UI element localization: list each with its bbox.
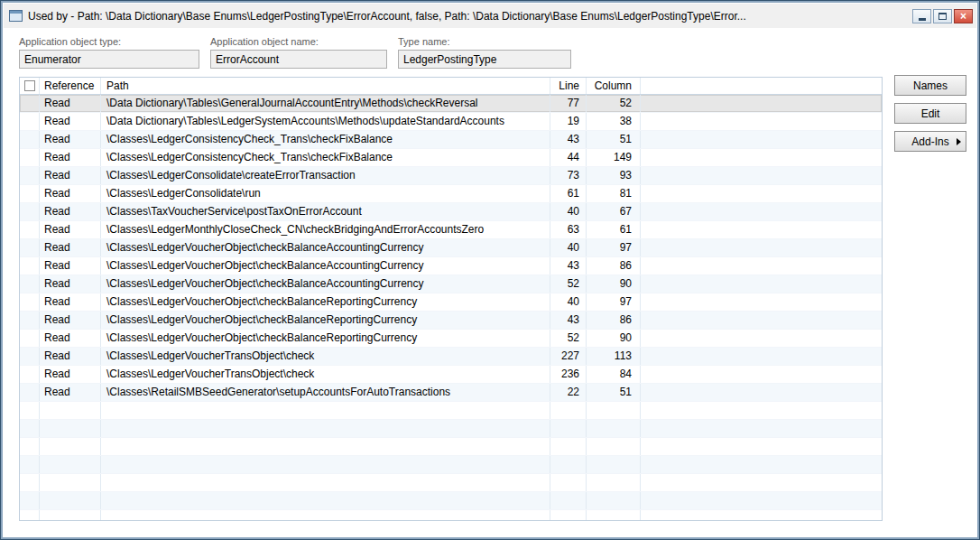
cell-filler (641, 95, 882, 112)
cell-line: 236 (550, 366, 587, 383)
column-header-column[interactable]: Column (587, 78, 641, 94)
cell-filler (641, 275, 882, 293)
cell-path: \Classes\LedgerVoucherObject\checkBalanc… (101, 257, 550, 275)
cell-path: \Classes\LedgerVoucherObject\checkBalanc… (101, 275, 550, 293)
names-button-label: Names (913, 79, 948, 92)
cell-reference (40, 474, 101, 491)
cell-column: 86 (587, 312, 641, 329)
cell-marker (20, 456, 40, 473)
cell-reference (40, 456, 101, 473)
cell-filler (641, 312, 882, 329)
table-row[interactable]: Read\Classes\RetailSMBSeedGenerator\setu… (20, 384, 882, 402)
type-name-input[interactable] (398, 50, 571, 69)
cell-column: 149 (587, 149, 641, 166)
cell-line: 43 (550, 131, 587, 148)
cell-path: \Classes\LedgerVoucherTransObject\check (101, 366, 550, 383)
cell-line: 43 (550, 312, 587, 329)
cell-line: 77 (550, 95, 587, 112)
cell-column (587, 474, 641, 491)
cell-line: 227 (550, 348, 587, 365)
cell-reference: Read (40, 203, 101, 220)
table-row[interactable]: Read\Classes\LedgerMonthlyCloseCheck_CN\… (20, 221, 882, 239)
cell-marker (20, 203, 40, 220)
cell-line: 52 (550, 330, 587, 347)
cell-column: 61 (587, 221, 641, 238)
table-row[interactable]: Read\Classes\LedgerConsolidate\createErr… (20, 167, 882, 185)
cell-marker (20, 330, 40, 347)
cell-line: 73 (550, 167, 587, 184)
cell-filler (641, 293, 882, 311)
minimize-icon (919, 18, 926, 21)
cell-reference: Read (40, 167, 101, 184)
application-object-name-input[interactable] (210, 50, 387, 69)
cell-filler (641, 366, 882, 383)
cell-reference: Read (40, 330, 101, 347)
application-object-type-input[interactable] (19, 50, 199, 69)
maximize-icon (938, 13, 947, 20)
cell-line: 40 (550, 239, 587, 256)
cell-line: 61 (550, 185, 587, 202)
column-header-reference[interactable]: Reference (40, 78, 101, 94)
cell-filler (641, 474, 882, 491)
table-row[interactable]: Read\Classes\LedgerVoucherObject\checkBa… (20, 257, 882, 275)
cell-line: 19 (550, 113, 587, 130)
maximize-button[interactable] (933, 9, 952, 23)
cell-column (587, 420, 641, 437)
names-button[interactable]: Names (894, 75, 966, 96)
cell-column: 113 (587, 348, 641, 365)
cell-path: \Data Dictionary\Tables\GeneralJournalAc… (101, 95, 550, 112)
cell-column: 81 (587, 185, 641, 202)
minimize-button[interactable] (912, 9, 931, 23)
table-row[interactable]: Read\Classes\LedgerVoucherObject\checkBa… (20, 293, 882, 312)
close-button[interactable]: × (954, 9, 973, 23)
cell-reference: Read (40, 149, 101, 166)
addins-button[interactable]: Add-Ins (894, 131, 966, 152)
cell-marker (20, 293, 40, 311)
table-row[interactable]: Read\Classes\LedgerVoucherObject\checkBa… (20, 275, 882, 293)
window-controls: × (912, 9, 973, 23)
cell-reference (40, 420, 101, 437)
column-header-path[interactable]: Path (101, 78, 550, 94)
cell-marker (20, 221, 40, 238)
cell-marker (20, 113, 40, 130)
edit-button[interactable]: Edit (894, 103, 966, 124)
cell-column (587, 510, 641, 521)
cell-column: 90 (587, 330, 641, 347)
cell-reference: Read (40, 239, 101, 256)
cell-line (550, 492, 587, 509)
cell-marker (20, 474, 40, 491)
field-type-name: Type name: (398, 36, 571, 69)
cell-marker (20, 492, 40, 509)
window-icon (9, 10, 23, 22)
action-button-panel: Names Edit Add-Ins (894, 75, 966, 159)
cell-column: 51 (587, 131, 641, 148)
cell-column (587, 456, 641, 473)
select-all-checkbox[interactable] (24, 80, 35, 91)
table-row[interactable]: Read\Classes\LedgerVoucherObject\checkBa… (20, 330, 882, 348)
cell-marker (20, 239, 40, 256)
table-row[interactable]: Read\Classes\LedgerConsistencyCheck_Tran… (20, 131, 882, 149)
table-row[interactable]: Read\Data Dictionary\Tables\LedgerSystem… (20, 113, 882, 131)
table-row[interactable]: Read\Classes\TaxVoucherService\postTaxOn… (20, 203, 882, 221)
cell-reference (40, 510, 101, 521)
cell-path: \Classes\LedgerConsistencyCheck_Trans\ch… (101, 131, 550, 148)
table-row[interactable]: Read\Classes\LedgerVoucherTransObject\ch… (20, 348, 882, 366)
cell-reference (40, 402, 101, 419)
cell-filler (641, 492, 882, 509)
table-row[interactable]: Read\Classes\LedgerConsistencyCheck_Tran… (20, 149, 882, 167)
cell-column: 86 (587, 257, 641, 275)
cell-marker (20, 257, 40, 275)
cell-reference: Read (40, 312, 101, 329)
table-row[interactable]: Read\Classes\LedgerConsolidate\run6181 (20, 185, 882, 203)
column-header-line[interactable]: Line (550, 78, 587, 94)
cell-filler (641, 167, 882, 184)
table-row[interactable]: Read\Classes\LedgerVoucherObject\checkBa… (20, 312, 882, 330)
empty-row (20, 420, 882, 438)
table-row[interactable]: Read\Classes\LedgerVoucherTransObject\ch… (20, 366, 882, 384)
cell-line: 52 (550, 275, 587, 293)
cell-filler (641, 420, 882, 437)
cell-line (550, 510, 587, 521)
table-row[interactable]: Read\Data Dictionary\Tables\GeneralJourn… (20, 95, 882, 113)
table-row[interactable]: Read\Classes\LedgerVoucherObject\checkBa… (20, 239, 882, 257)
cell-marker (20, 275, 40, 293)
